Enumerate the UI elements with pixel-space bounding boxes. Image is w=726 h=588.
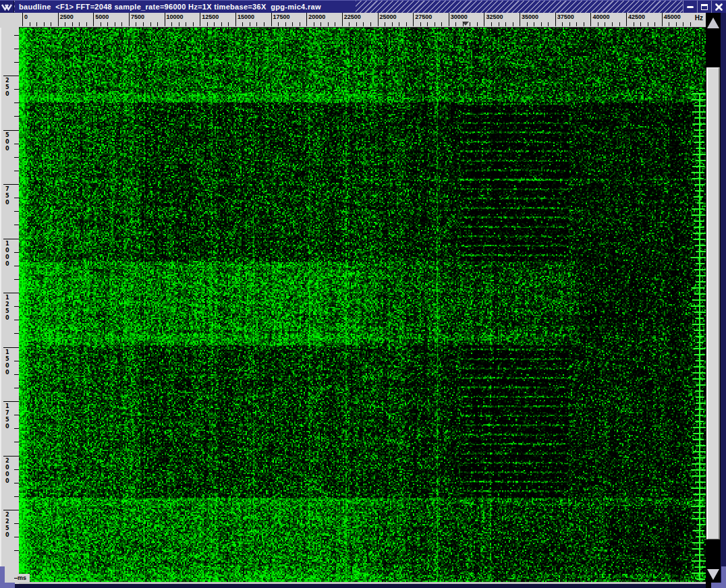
minor-tick (427, 22, 428, 26)
minor-tick (527, 22, 528, 26)
frequency-unit-label: Hz (695, 14, 703, 22)
minor-tick (285, 22, 286, 26)
minor-tick (14, 171, 19, 171)
minor-tick (349, 22, 350, 26)
minor-tick (640, 22, 641, 26)
minimize-icon (687, 6, 694, 8)
minor-tick (221, 22, 222, 26)
major-tick (129, 13, 130, 26)
minimize-button[interactable] (683, 1, 697, 13)
minor-tick (14, 144, 19, 144)
resize-grip-bottom-right-h[interactable] (711, 583, 726, 588)
minor-tick (14, 415, 19, 415)
tick-label: 22500 (344, 13, 361, 20)
time-ruler: 250500750100012501500175020002250 (0, 28, 19, 584)
minor-tick (584, 22, 584, 26)
minor-tick (14, 102, 19, 103)
minor-tick (491, 22, 492, 26)
scroll-down-button[interactable] (706, 565, 721, 584)
tick-label: 45000 (664, 13, 681, 20)
window-menu-button[interactable] (0, 1, 14, 13)
tick-label: 2000 (5, 458, 10, 485)
minor-tick (242, 22, 243, 26)
minor-tick (14, 496, 19, 497)
minor-tick (548, 22, 549, 26)
minor-tick (14, 211, 19, 212)
minor-tick (576, 22, 577, 26)
minor-tick (14, 320, 19, 320)
tick-label: 500 (5, 132, 10, 152)
tick-label: 1250 (5, 295, 10, 322)
tick-label: 1750 (5, 403, 10, 430)
spectrogram-canvas[interactable] (19, 28, 706, 582)
maximize-button[interactable] (697, 1, 711, 13)
minor-tick (541, 22, 542, 26)
scrollbar-thumb[interactable] (706, 67, 720, 539)
minor-tick (107, 22, 108, 26)
tick-label: 2250 (5, 512, 10, 539)
minor-tick (157, 22, 158, 26)
minor-tick (356, 22, 357, 26)
tick-label: 750 (5, 186, 10, 206)
close-button[interactable] (711, 1, 725, 13)
minor-tick (14, 252, 19, 253)
major-tick (449, 13, 449, 26)
major-tick (165, 13, 165, 26)
tick-label: 17500 (273, 13, 290, 20)
major-tick (484, 13, 484, 26)
minor-tick (676, 22, 677, 26)
frequency-ruler: Hz 0250050007500100001250015000175002000… (19, 13, 706, 28)
minor-tick (14, 374, 19, 375)
minor-tick (14, 483, 19, 483)
tick-label: 1000 (5, 241, 10, 268)
baudline-window: baudline <F1> FFT=2048 sample_rate=96000… (0, 0, 726, 588)
minor-tick (278, 22, 279, 26)
tick-label: 20000 (308, 13, 325, 20)
minor-tick (598, 22, 598, 26)
minor-tick (79, 22, 80, 26)
minor-tick (441, 22, 442, 26)
scroll-up-button[interactable] (706, 13, 721, 38)
minor-tick (207, 22, 208, 26)
minor-tick (214, 22, 215, 26)
major-tick (3, 510, 19, 510)
minor-tick (385, 22, 385, 26)
minor-tick (14, 442, 19, 442)
minor-tick (14, 523, 19, 524)
major-tick (520, 13, 520, 26)
vertical-scrollbar[interactable] (706, 13, 721, 588)
major-tick (662, 13, 663, 26)
minor-tick (292, 22, 293, 26)
minor-tick (14, 306, 19, 307)
tick-label: 32500 (486, 13, 503, 20)
minor-tick (14, 198, 19, 198)
major-tick (93, 13, 94, 26)
minor-tick (363, 22, 364, 26)
tick-label: 5000 (95, 13, 109, 20)
minor-tick (328, 22, 329, 26)
minor-tick (65, 22, 65, 26)
minor-tick (634, 22, 634, 26)
major-tick (3, 401, 19, 402)
minor-tick (463, 22, 464, 26)
minor-tick (136, 22, 136, 26)
tick-label: 40000 (592, 13, 609, 20)
minor-tick (14, 537, 19, 537)
arrow-down-icon (707, 569, 719, 580)
minor-tick (14, 62, 19, 63)
tick-label: 35000 (522, 13, 538, 20)
minor-tick (101, 22, 101, 26)
major-tick (3, 456, 19, 457)
major-tick (306, 13, 307, 26)
window-buttons (683, 1, 726, 13)
major-tick (3, 293, 19, 293)
minor-tick (14, 361, 19, 361)
ruler-corner (0, 13, 19, 28)
minor-tick (470, 22, 470, 26)
resize-grip-bottom-left-h[interactable] (0, 583, 15, 588)
major-tick (413, 13, 414, 26)
major-tick (555, 13, 556, 26)
minor-tick (121, 22, 122, 26)
tick-label: 10000 (167, 13, 184, 20)
minor-tick (171, 22, 172, 26)
